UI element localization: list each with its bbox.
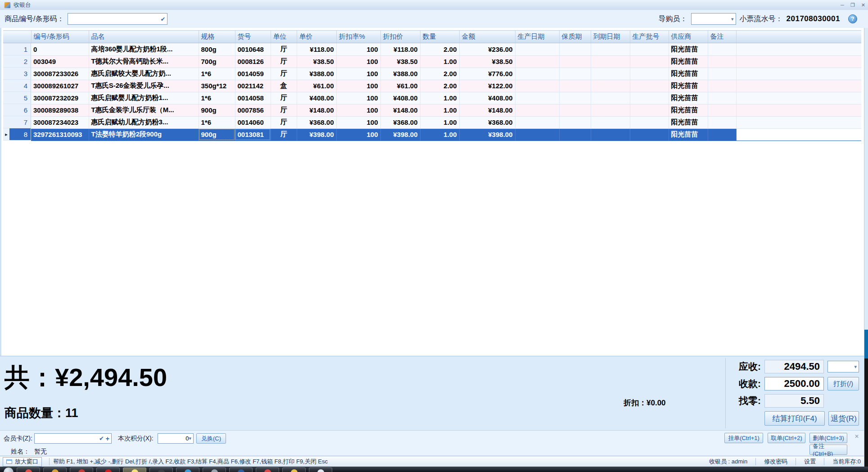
cell-dprice[interactable]: ¥61.00 [380,80,420,92]
cell-name[interactable]: 高培360婴儿配方奶粉1段... [89,43,199,56]
table-row[interactable]: 4300089261027T惠氏S-26金装爱儿乐孕...350g*120021… [3,80,861,92]
cell-price[interactable]: ¥408.00 [297,92,336,104]
cell-qty[interactable]: 2.00 [420,43,459,56]
cell-dprice[interactable]: ¥408.00 [380,92,420,104]
cell-dprice[interactable]: ¥148.00 [380,104,420,116]
row-indicator[interactable]: 6 [3,104,31,116]
order-remark-button[interactable]: 备注(Ctrl+B) [809,445,847,455]
column-header-qty[interactable]: 数量 [420,31,459,43]
cell-prod[interactable] [515,128,559,141]
paid-input[interactable]: 2500.00 [764,377,824,390]
cell-shelf[interactable] [559,80,591,92]
cell-shelf[interactable] [559,104,591,116]
cell-shelf[interactable] [559,68,591,80]
change-password-link[interactable]: 修改密码 [760,458,792,466]
cell-name[interactable]: 惠氏启赋较大婴儿配方奶... [89,68,199,80]
cell-unit[interactable]: 厅 [271,68,297,80]
cell-price[interactable]: ¥61.00 [297,80,336,92]
cell-prod[interactable] [515,68,559,80]
cell-amount[interactable]: ¥398.00 [459,128,515,141]
cell-batch[interactable] [630,43,669,56]
cell-prod[interactable] [515,55,559,68]
cell-remark[interactable] [708,80,736,92]
cell-expiry[interactable] [591,116,630,128]
table-header-row[interactable]: 编号/条形码品名规格货号单位单价折扣率%折扣价数量金额生产日期保质期到期日期生产… [3,31,861,43]
row-indicator[interactable]: 1 [3,43,31,55]
cell-amount[interactable]: ¥148.00 [459,104,515,116]
settings-link[interactable]: 设置 [800,458,820,466]
cell-shelf[interactable] [559,92,591,104]
row-indicator[interactable]: 7 [3,116,31,128]
barcode-input[interactable]: ✔ [68,13,167,25]
table-row[interactable]: 2003049T德其尔大骨高钙助长米...700g0008126厅¥38.501… [3,55,861,68]
cell-prod[interactable] [515,104,559,116]
discount-button[interactable]: 打折(/) [827,377,859,390]
restore-icon[interactable]: ❐ [850,2,855,8]
cell-remark[interactable] [708,55,736,68]
settle-print-button[interactable]: 结算打印(F4) [764,411,825,426]
cell-remark[interactable] [708,68,736,80]
cell-name[interactable]: 惠氏启赋幼儿配方奶粉3... [89,116,199,128]
minimize-icon[interactable]: ─ [841,2,844,8]
cell-item[interactable]: 0007856 [235,104,271,116]
column-header-supplier[interactable]: 供应商 [669,31,708,43]
cell-batch[interactable] [630,128,669,141]
column-header-item[interactable]: 货号 [235,31,271,43]
table-row[interactable]: 3300087233026惠氏启赋较大婴儿配方奶...1*60014059厅¥3… [3,68,861,80]
cell-rate[interactable]: 100 [336,116,380,128]
cell-item[interactable]: 0021142 [235,80,271,92]
row-indicator[interactable]: 5 [3,92,31,104]
member-card-input[interactable]: ✔ + [34,433,112,444]
due-currency-select[interactable]: ▾ [827,361,859,372]
cell-amount[interactable]: ¥236.00 [459,43,515,56]
taskbar-icon-blue-app[interactable] [176,467,199,472]
cell-spec[interactable]: 1*6 [199,116,235,128]
column-header-remark[interactable]: 备注 [708,31,736,43]
cell-spec[interactable]: 1*6 [199,68,235,80]
cell-code[interactable]: 0 [31,43,89,56]
cell-supplier[interactable]: 阳光苗苗 [669,55,708,68]
cell-unit[interactable]: 厅 [271,104,297,116]
column-header-expiry[interactable]: 到期日期 [591,31,630,43]
cell-spec[interactable]: 900g [199,128,235,141]
row-indicator[interactable]: 4 [3,80,31,92]
start-orb-icon[interactable] [4,467,14,472]
cell-name[interactable]: T惠氏金装学儿乐厅装（M... [89,104,199,116]
taskbar-icon-red-app[interactable] [17,467,40,472]
cell-price[interactable]: ¥38.50 [297,55,336,68]
taskbar-icon-gray-app[interactable] [203,467,226,472]
cell-item[interactable]: 0008126 [235,55,271,68]
cell-amount[interactable]: ¥122.00 [459,80,515,92]
cell-spec[interactable]: 700g [199,55,235,68]
cell-rate[interactable]: 100 [336,104,380,116]
cell-code[interactable]: 300087234023 [31,116,89,128]
cell-shelf[interactable] [559,55,591,68]
cell-shelf[interactable] [559,128,591,141]
cell-rate[interactable]: 100 [336,92,380,104]
table-row[interactable]: ▸83297261310093T法婴特羊奶粉2段900g900g0013081厅… [3,128,861,141]
cell-rate[interactable]: 100 [336,80,380,92]
cell-code[interactable]: 300087232029 [31,92,89,104]
cell-code[interactable]: 3297261310093 [31,128,89,141]
cell-prod[interactable] [515,116,559,128]
column-header-unit[interactable]: 单位 [271,31,297,43]
cell-prod[interactable] [515,43,559,56]
cell-batch[interactable] [630,80,669,92]
cell-rate[interactable]: 100 [336,55,380,68]
taskbar-icon-navy-app[interactable] [229,467,253,472]
table-row[interactable]: 5300087232029惠氏启赋婴儿配方奶粉1...1*60014058厅¥4… [3,92,861,104]
cell-batch[interactable] [630,68,669,80]
column-header-spec[interactable]: 规格 [199,31,235,43]
help-icon[interactable]: ? [848,14,857,23]
cell-name[interactable]: T德其尔大骨高钙助长米... [89,55,199,68]
cell-amount[interactable]: ¥408.00 [459,92,515,104]
cell-name[interactable]: T法婴特羊奶粉2段900g [89,128,199,141]
cell-name[interactable]: 惠氏启赋婴儿配方奶粉1... [89,92,199,104]
taskbar-icon-red-ring-app[interactable] [70,467,93,472]
cell-supplier[interactable]: 阳光苗苗 [669,80,708,92]
table-row[interactable]: 10高培360婴儿配方奶粉1段...800g0010648厅¥118.00100… [3,43,861,56]
cell-spec[interactable]: 800g [199,43,235,56]
cell-price[interactable]: ¥368.00 [297,116,336,128]
cell-dprice[interactable]: ¥388.00 [380,68,420,80]
cell-supplier[interactable]: 阳光苗苗 [669,116,708,128]
